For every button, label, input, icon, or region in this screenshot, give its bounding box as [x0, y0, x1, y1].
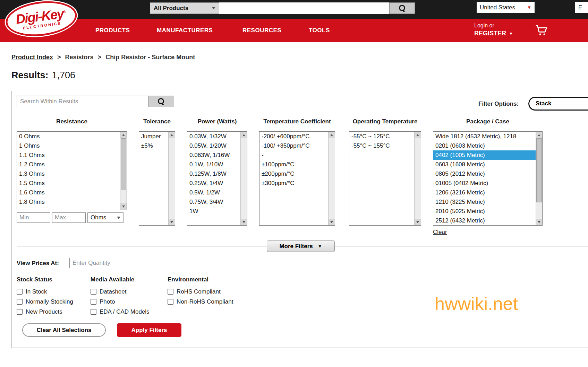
listbox-option[interactable]: 0402 (1005 Metric) [433, 150, 536, 160]
checkbox-row[interactable]: New Products [17, 307, 73, 317]
listbox-option[interactable]: Jumper [139, 132, 168, 141]
listbox-option[interactable]: 0201 (0603 Metric) [433, 141, 536, 150]
scrollbar-thumb[interactable] [536, 138, 542, 202]
checkbox[interactable] [91, 309, 96, 315]
cart-icon[interactable] [535, 24, 548, 37]
listbox-option[interactable]: 0 Ohms [17, 132, 120, 141]
listbox-option[interactable]: 0.1W, 1/10W [187, 160, 240, 169]
resistance-unit-select[interactable]: Ohms [87, 212, 123, 223]
scroll-down-icon[interactable] [169, 219, 175, 225]
scrollbar-track[interactable] [329, 138, 335, 219]
listbox-option[interactable]: 1.3 Ohms [17, 169, 120, 178]
search-button[interactable] [389, 2, 415, 14]
package-case-listbox[interactable]: Wide 1812 (4532 Metric), 12180201 (0603 … [433, 131, 543, 226]
listbox-option[interactable]: 01005 (0402 Metric) [433, 178, 536, 188]
checkbox-row[interactable]: Non-RoHS Compliant [168, 297, 233, 307]
scroll-up-icon[interactable] [120, 132, 127, 138]
temperature-coefficient-listbox[interactable]: -200/ +600ppm/°C-100/ +350ppm/°C-±100ppm… [259, 131, 335, 226]
listbox-option[interactable]: 1.1 Ohms [17, 150, 120, 160]
scrollbar-track[interactable] [415, 138, 421, 219]
listbox-option[interactable]: -100/ +350ppm/°C [259, 141, 328, 150]
listbox-option[interactable]: 0.5W, 1/2W [187, 188, 240, 197]
scrollbar-track[interactable] [241, 138, 247, 219]
listbox-option[interactable]: 0.063W, 1/16W [187, 150, 240, 160]
language-select[interactable]: E [575, 2, 588, 13]
breadcrumb-resistors[interactable]: Resistors [65, 54, 94, 61]
listbox-option[interactable]: 1 Ohms [17, 141, 120, 150]
scroll-up-icon[interactable] [241, 132, 247, 138]
scroll-down-icon[interactable] [536, 219, 542, 225]
breadcrumb-product-index[interactable]: Product Index [11, 54, 53, 61]
scrollbar[interactable] [328, 132, 335, 225]
checkbox[interactable] [91, 289, 96, 295]
scrollbar-track[interactable] [120, 138, 127, 203]
scrollbar[interactable] [536, 132, 542, 225]
search-within-results-input[interactable] [17, 96, 148, 107]
listbox-option[interactable]: ±300ppm/°C [259, 178, 328, 188]
clear-all-selections-button[interactable]: Clear All Selections [22, 323, 106, 337]
scroll-down-icon[interactable] [415, 219, 421, 225]
listbox-option[interactable]: ±100ppm/°C [259, 160, 328, 169]
listbox-option[interactable]: 0.05W, 1/20W [187, 141, 240, 150]
resistance-max-input[interactable] [52, 212, 86, 223]
digikey-logo[interactable]: Digi-Key® ELECTRONICS [6, 2, 77, 36]
listbox-option[interactable]: 0.03W, 1/32W [187, 132, 240, 141]
search-category-select[interactable]: All Products [150, 2, 219, 14]
checkbox-row[interactable]: RoHS Compliant [168, 287, 233, 297]
listbox-option[interactable]: ±5% [139, 141, 168, 150]
scrollbar[interactable] [168, 132, 175, 225]
scrollbar-thumb[interactable] [121, 138, 126, 190]
more-filters-button[interactable]: More Filters ▼ [267, 241, 335, 252]
nav-manufacturers[interactable]: MANUFACTURERS [157, 19, 213, 42]
search-within-results-button[interactable] [148, 96, 174, 107]
apply-filters-button[interactable]: Apply Filters [117, 323, 181, 337]
checkbox[interactable] [91, 299, 96, 305]
scrollbar-track[interactable] [536, 138, 542, 219]
checkbox[interactable] [17, 289, 23, 295]
stack-view-toggle-button[interactable]: Stack [528, 97, 588, 111]
search-input[interactable] [219, 2, 389, 14]
listbox-option[interactable]: 1W [187, 207, 240, 216]
listbox-option[interactable]: -55°C ~ 125°C [349, 132, 414, 141]
resistance-listbox[interactable]: 0 Ohms1 Ohms1.1 Ohms1.2 Ohms1.3 Ohms1.5 … [17, 131, 127, 210]
listbox-option[interactable]: - [259, 150, 328, 160]
listbox-option[interactable]: Wide 1812 (4532 Metric), 1218 [433, 132, 536, 141]
checkbox[interactable] [168, 289, 173, 295]
operating-temperature-listbox[interactable]: -55°C ~ 125°C-55°C ~ 155°C [349, 131, 421, 226]
login-register[interactable]: Login or REGISTER ▼ [474, 22, 513, 37]
scroll-down-icon[interactable] [329, 219, 335, 225]
checkbox-row[interactable]: Datasheet [91, 287, 150, 297]
country-select[interactable]: United States ▼ [477, 2, 535, 13]
checkbox-row[interactable]: EDA / CAD Models [91, 307, 150, 317]
scrollbar[interactable] [120, 132, 127, 210]
tolerance-listbox[interactable]: Jumper±5% [139, 131, 175, 226]
scrollbar[interactable] [414, 132, 421, 225]
listbox-option[interactable]: 1210 (3225 Metric) [433, 197, 536, 207]
listbox-option[interactable]: 1.5 Ohms [17, 178, 120, 188]
power-listbox[interactable]: 0.03W, 1/32W0.05W, 1/20W0.063W, 1/16W0.1… [187, 131, 247, 226]
checkbox-row[interactable]: In Stock [17, 287, 73, 297]
scroll-up-icon[interactable] [415, 132, 421, 138]
listbox-option[interactable]: 2512 (6432 Metric) [433, 216, 536, 225]
checkbox[interactable] [17, 309, 23, 315]
checkbox-row[interactable]: Normally Stocking [17, 297, 73, 307]
listbox-option[interactable]: 0.75W, 3/4W [187, 197, 240, 207]
listbox-option[interactable]: 0.25W, 1/4W [187, 178, 240, 188]
scrollbar[interactable] [240, 132, 247, 225]
scroll-up-icon[interactable] [536, 132, 542, 138]
scrollbar-track[interactable] [169, 138, 175, 219]
resistance-min-input[interactable] [17, 212, 50, 223]
scroll-down-icon[interactable] [120, 203, 127, 210]
checkbox[interactable] [168, 299, 173, 305]
listbox-option[interactable]: 0.125W, 1/8W [187, 169, 240, 178]
listbox-option[interactable]: 1206 (3216 Metric) [433, 188, 536, 197]
scroll-up-icon[interactable] [329, 132, 335, 138]
nav-tools[interactable]: TOOLS [309, 19, 330, 42]
scroll-down-icon[interactable] [241, 219, 247, 225]
checkbox-row[interactable]: Photo [91, 297, 150, 307]
listbox-option[interactable]: ±200ppm/°C [259, 169, 328, 178]
listbox-option[interactable]: 1.2 Ohms [17, 160, 120, 169]
checkbox[interactable] [17, 299, 23, 305]
listbox-option[interactable]: 0603 (1608 Metric) [433, 160, 536, 169]
listbox-option[interactable]: 0805 (2012 Metric) [433, 169, 536, 178]
